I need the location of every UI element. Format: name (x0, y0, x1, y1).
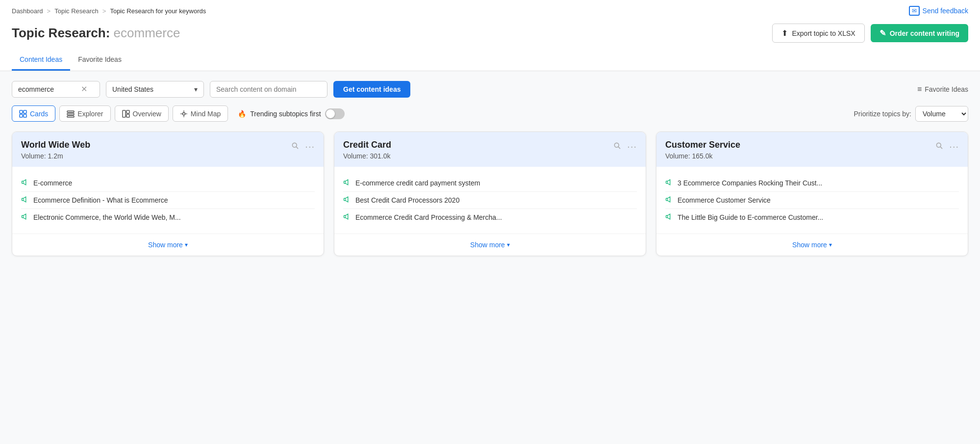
breadcrumb-sep-2: > (102, 7, 106, 15)
card-item-2-0: 3 Ecommerce Companies Rocking Their Cust… (665, 175, 959, 192)
card-item-2-2: The Little Big Guide to E-commerce Custo… (665, 209, 959, 226)
svg-line-20 (940, 147, 942, 149)
card-search-icon-1[interactable] (613, 142, 621, 152)
clear-keyword-icon[interactable]: ✕ (81, 85, 87, 93)
get-ideas-button[interactable]: Get content ideas (333, 81, 410, 98)
card-volume-1: Volume: 301.0k (343, 152, 391, 160)
show-more-label-1: Show more (470, 241, 505, 249)
card-search-icon-0[interactable] (291, 142, 299, 152)
fire-icon: 🔥 (238, 110, 246, 118)
svg-rect-2 (20, 114, 23, 117)
country-select[interactable]: United States United Kingdom Canada Aust… (112, 85, 190, 93)
card-header-icons-0: ··· (291, 141, 315, 152)
country-select-wrapper: United States United Kingdom Canada Aust… (106, 81, 204, 98)
view-overview-label: Overview (133, 110, 161, 118)
mindmap-icon (180, 109, 188, 118)
breadcrumb-topic-research[interactable]: Topic Research (54, 7, 99, 15)
card-item-text-1-2: Ecommerce Credit Card Processing & Merch… (355, 213, 502, 221)
cards-grid: World Wide Web Volume: 1.2m ··· E-commer… (12, 131, 968, 256)
show-more-label-0: Show more (148, 241, 183, 249)
chevron-down-icon: ▾ (194, 85, 198, 93)
card-item-text-1-0: E-commerce credit card payment system (355, 179, 480, 187)
card-item-0-1: Ecommerce Definition - What is Ecommerce (21, 192, 315, 209)
megaphone-icon-1-1 (343, 196, 351, 205)
main-tabs: Content Ideas Favorite Ideas (12, 51, 968, 71)
card-header-2: Customer Service Volume: 165.0k ··· (656, 132, 968, 167)
favorite-ideas-label: Favorite Ideas (925, 85, 968, 93)
show-more-row-0: Show more ▾ (12, 234, 324, 256)
show-more-row-1: Show more ▾ (334, 234, 646, 256)
send-feedback-label: Send feedback (923, 7, 968, 15)
domain-search-wrapper (210, 81, 327, 98)
view-btn-mindmap[interactable]: Mind Map (173, 105, 228, 122)
svg-rect-5 (67, 113, 74, 115)
favorite-ideas-link[interactable]: ≡ Favorite Ideas (917, 85, 968, 94)
card-item-0-0: E-commerce (21, 175, 315, 192)
megaphone-icon-1-2 (343, 213, 351, 222)
upload-icon: ⬆ (781, 28, 788, 38)
card-header-info-1: Credit Card Volume: 301.0k (343, 140, 391, 160)
card-0: World Wide Web Volume: 1.2m ··· E-commer… (12, 131, 324, 256)
card-body-1: E-commerce credit card payment system Be… (334, 167, 646, 234)
order-label: Order content writing (890, 29, 959, 37)
svg-rect-6 (67, 116, 74, 117)
svg-rect-4 (67, 111, 74, 112)
card-header-1: Credit Card Volume: 301.0k ··· (334, 132, 646, 167)
message-icon: ✉ (909, 6, 920, 16)
svg-rect-9 (126, 114, 129, 117)
show-more-button-2[interactable]: Show more ▾ (792, 241, 832, 249)
card-header-icons-1: ··· (613, 141, 637, 152)
prioritize-label: Prioritize topics by: (854, 110, 911, 118)
search-row: ✕ United States United Kingdom Canada Au… (12, 81, 968, 98)
explorer-icon (67, 109, 75, 118)
svg-rect-8 (126, 110, 129, 113)
svg-rect-7 (123, 110, 126, 117)
card-volume-2: Volume: 165.0k (665, 152, 740, 160)
toggle-knob (326, 109, 335, 118)
card-header-info-0: World Wide Web Volume: 1.2m (21, 140, 90, 160)
prioritize-select[interactable]: Volume Efficiency Freshness (915, 106, 968, 122)
overview-icon (122, 109, 130, 118)
prioritize-row: Prioritize topics by: Volume Efficiency … (854, 106, 968, 122)
card-item-text-0-0: E-commerce (33, 179, 72, 187)
export-label: Export topic to XLSX (792, 29, 855, 37)
send-feedback-link[interactable]: ✉ Send feedback (909, 6, 968, 16)
tab-favorite-ideas[interactable]: Favorite Ideas (70, 51, 129, 71)
card-item-text-2-2: The Little Big Guide to E-commerce Custo… (678, 213, 823, 221)
card-1: Credit Card Volume: 301.0k ··· E-commerc… (334, 131, 646, 256)
card-ellipsis-icon-0[interactable]: ··· (305, 141, 315, 152)
page-title-keyword: ecommerce (114, 26, 180, 40)
card-item-text-0-2: Electronic Commerce, the World Wide Web,… (33, 213, 181, 221)
show-more-button-0[interactable]: Show more ▾ (148, 241, 188, 249)
view-controls: Cards Explorer Overview Mind Map 🔥 Trend… (12, 105, 968, 122)
tab-content-ideas[interactable]: Content Ideas (12, 51, 70, 71)
card-search-icon-2[interactable] (935, 142, 943, 152)
order-writing-button[interactable]: ✎ Order content writing (871, 24, 968, 42)
card-ellipsis-icon-2[interactable]: ··· (949, 141, 959, 152)
view-btn-cards[interactable]: Cards (12, 105, 55, 122)
card-title-2: Customer Service (665, 140, 740, 150)
card-item-text-2-0: 3 Ecommerce Companies Rocking Their Cust… (678, 179, 822, 187)
view-btn-overview[interactable]: Overview (115, 105, 169, 122)
view-mindmap-label: Mind Map (191, 110, 221, 118)
show-more-button-1[interactable]: Show more ▾ (470, 241, 510, 249)
show-more-label-2: Show more (792, 241, 827, 249)
view-btn-explorer[interactable]: Explorer (59, 105, 110, 122)
export-button[interactable]: ⬆ Export topic to XLSX (772, 24, 864, 43)
card-item-1-1: Best Credit Card Processors 2020 (343, 192, 637, 209)
megaphone-icon-0-1 (21, 196, 28, 205)
keyword-input[interactable] (18, 85, 77, 93)
svg-rect-0 (20, 110, 23, 113)
show-more-row-2: Show more ▾ (656, 234, 968, 256)
card-ellipsis-icon-1[interactable]: ··· (627, 141, 637, 152)
svg-rect-1 (24, 110, 26, 113)
card-volume-0: Volume: 1.2m (21, 152, 90, 160)
card-title-1: Credit Card (343, 140, 391, 150)
card-header-icons-2: ··· (935, 141, 959, 152)
breadcrumb-dashboard[interactable]: Dashboard (12, 7, 43, 15)
trending-toggle[interactable] (325, 108, 345, 119)
megaphone-icon-2-1 (665, 196, 673, 205)
card-item-1-2: Ecommerce Credit Card Processing & Merch… (343, 209, 637, 226)
svg-point-10 (182, 113, 185, 115)
domain-search-input[interactable] (216, 85, 314, 93)
